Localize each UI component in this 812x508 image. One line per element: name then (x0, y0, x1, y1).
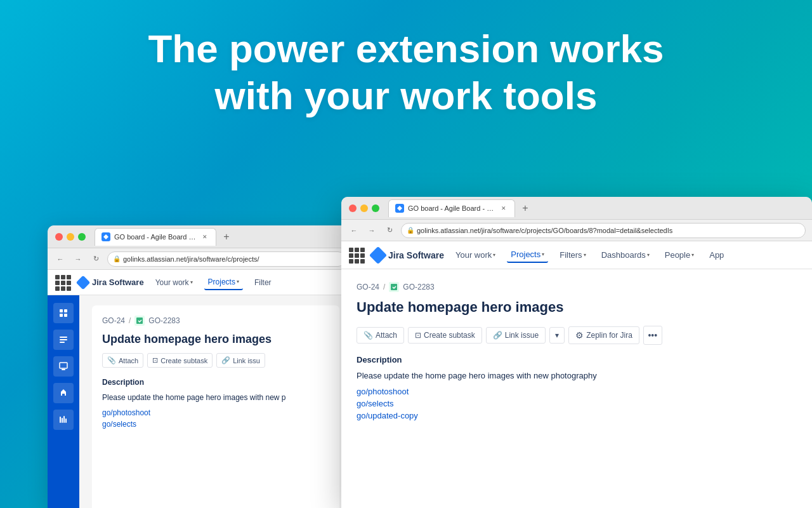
sidebar-icon-5-back[interactable] (53, 410, 74, 430)
sidebar-icon-1-back[interactable] (53, 303, 74, 323)
dropdown-btn-front[interactable]: ▾ (549, 327, 565, 344)
issue-panel-front: GO-24 / GO-2283 Update homepage hero ima… (341, 269, 812, 508)
back-btn-front[interactable]: ← (348, 224, 360, 237)
lock-icon-front: 🔒 (407, 227, 414, 234)
jira-logo-text-front: Jira Software (388, 250, 444, 260)
svg-rect-2 (60, 314, 63, 317)
new-tab-front[interactable]: + (518, 201, 533, 216)
description-section-front: Description Please update the home page … (357, 355, 797, 421)
new-tab-back[interactable]: + (219, 229, 234, 244)
issue-title-front: Update homepage hero images (357, 298, 797, 317)
create-subtask-btn-back[interactable]: ⊡ Create subtask (147, 353, 213, 368)
link-issue-btn-front[interactable]: 🔗 Link issue (486, 327, 546, 344)
traffic-light-green-front[interactable] (372, 204, 379, 212)
browser-window-back: GO board - Agile Board - Jira ✕ + ← → ↻ … (48, 225, 352, 508)
jira-main-back: GO-24 / GO-2283 Update homepage hero ima… (79, 295, 352, 508)
svg-rect-14 (391, 284, 397, 290)
traffic-light-red-front[interactable] (349, 204, 357, 212)
create-subtask-btn-front[interactable]: ⊡ Create subtask (408, 327, 482, 344)
browser-chrome-back: GO board - Agile Board - Jira ✕ + (48, 225, 352, 248)
nav-your-work-front[interactable]: Your work ▾ (452, 248, 499, 262)
browser-windows: GO board - Agile Board - Jira ✕ + ← → ↻ … (0, 197, 812, 508)
reload-btn-back[interactable]: ↻ (89, 253, 102, 265)
link-issue-btn-back[interactable]: 🔗 Link issu (216, 353, 265, 368)
address-bar-front: ← → ↻ 🔒 golinks.atlassian.net/jira/softw… (341, 220, 812, 241)
breadcrumb-parent-front: GO-2283 (403, 283, 434, 291)
breadcrumb-back: GO-24 / GO-2283 (102, 316, 329, 326)
sidebar-icon-4-back[interactable] (53, 383, 74, 403)
forward-btn-back[interactable]: → (72, 253, 84, 265)
issue-panel-back: GO-24 / GO-2283 Update homepage hero ima… (92, 305, 339, 508)
tab-back[interactable]: GO board - Agile Board - Jira ✕ (95, 228, 216, 246)
sidebar-icon-3-back[interactable] (53, 356, 74, 377)
jira-logo-back: Jira Software (78, 277, 144, 288)
breadcrumb-id-back: GO-24 (102, 316, 125, 325)
reload-btn-front[interactable]: ↻ (383, 224, 396, 237)
grid-icon-back[interactable] (55, 275, 70, 290)
go-link-1-front[interactable]: go/photoshoot (357, 387, 797, 396)
go-link-2-back[interactable]: go/selects (102, 420, 329, 429)
jira-diamond-back (76, 275, 91, 290)
more-btn-front[interactable]: ••• (643, 326, 662, 345)
nav-your-work-back[interactable]: Your work ▾ (152, 276, 197, 290)
back-btn-back[interactable]: ← (54, 253, 67, 265)
go-link-1-back[interactable]: go/photoshoot (102, 408, 329, 417)
hero-section: The power extension works with your work… (0, 25, 812, 120)
attach-btn-front[interactable]: 📎 Attach (357, 327, 404, 344)
svg-rect-6 (60, 342, 65, 343)
nav-people-front[interactable]: People ▾ (661, 248, 698, 262)
svg-rect-8 (62, 369, 65, 370)
go-link-2-front[interactable]: go/selects (357, 399, 797, 408)
action-bar-front: 📎 Attach ⊡ Create subtask 🔗 Link issue ▾… (357, 326, 797, 345)
url-text-back: golinks.atlassian.net/jira/software/c/pr… (123, 255, 259, 263)
issue-icon-back (134, 316, 145, 326)
nav-projects-front[interactable]: Projects ▾ (507, 247, 548, 263)
desc-text-back: Please update the home page hero images … (102, 392, 329, 403)
nav-projects-back[interactable]: Projects ▾ (204, 275, 243, 290)
tab-label-back: GO board - Agile Board - Jira (114, 233, 197, 241)
traffic-light-red-back[interactable] (55, 233, 63, 241)
grid-icon-front[interactable] (349, 248, 364, 263)
nav-filters-back[interactable]: Filter (251, 276, 275, 290)
svg-rect-10 (62, 418, 63, 423)
zeplin-btn-front[interactable]: ⚙ Zeplin for Jira (568, 326, 639, 344)
tab-close-back[interactable]: ✕ (200, 232, 209, 241)
breadcrumb-front: GO-24 / GO-2283 (357, 282, 797, 292)
issue-title-back: Update homepage hero images (102, 332, 329, 347)
url-text-front: golinks.atlassian.net/jira/software/c/pr… (417, 227, 672, 234)
nav-app-front[interactable]: App (705, 248, 728, 262)
traffic-light-yellow-front[interactable] (360, 204, 368, 212)
svg-rect-9 (60, 417, 61, 423)
url-box-front[interactable]: 🔒 golinks.atlassian.net/jira/software/c/… (401, 223, 806, 238)
desc-label-front: Description (357, 355, 797, 364)
issue-icon-front (389, 282, 399, 292)
jira-sidebar-back (48, 295, 79, 508)
desc-label-back: Description (102, 378, 329, 387)
tab-front[interactable]: GO board - Agile Board - Jira ✕ (388, 199, 515, 217)
traffic-light-yellow-back[interactable] (67, 233, 74, 241)
tab-label-front: GO board - Agile Board - Jira (408, 204, 495, 212)
url-box-back[interactable]: 🔒 golinks.atlassian.net/jira/software/c/… (107, 251, 346, 267)
jira-content-back: GO-24 / GO-2283 Update homepage hero ima… (48, 295, 352, 508)
svg-rect-11 (63, 416, 65, 423)
tab-bar-back: GO board - Agile Board - Jira ✕ + (95, 225, 344, 248)
sidebar-icon-2-back[interactable] (53, 330, 74, 350)
svg-rect-4 (60, 337, 67, 338)
svg-rect-7 (60, 363, 67, 368)
tab-close-front[interactable]: ✕ (499, 204, 508, 213)
nav-dashboards-front[interactable]: Dashboards ▾ (598, 248, 653, 262)
svg-rect-3 (64, 314, 67, 317)
forward-btn-front[interactable]: → (365, 224, 378, 237)
svg-rect-1 (64, 309, 67, 312)
attach-btn-back[interactable]: 📎 Attach (102, 353, 143, 368)
breadcrumb-id-front: GO-24 (357, 283, 379, 291)
jira-tab-icon-back (102, 232, 110, 241)
hero-title: The power extension works with your work… (51, 25, 761, 120)
svg-rect-0 (60, 309, 63, 312)
jira-logo-front: Jira Software (372, 249, 444, 262)
traffic-light-green-back[interactable] (78, 233, 86, 241)
svg-rect-12 (65, 418, 67, 423)
go-link-3-front[interactable]: go/updated-copy (357, 411, 797, 420)
description-section-back: Description Please update the home page … (102, 378, 329, 429)
nav-filters-front[interactable]: Filters ▾ (556, 248, 589, 262)
